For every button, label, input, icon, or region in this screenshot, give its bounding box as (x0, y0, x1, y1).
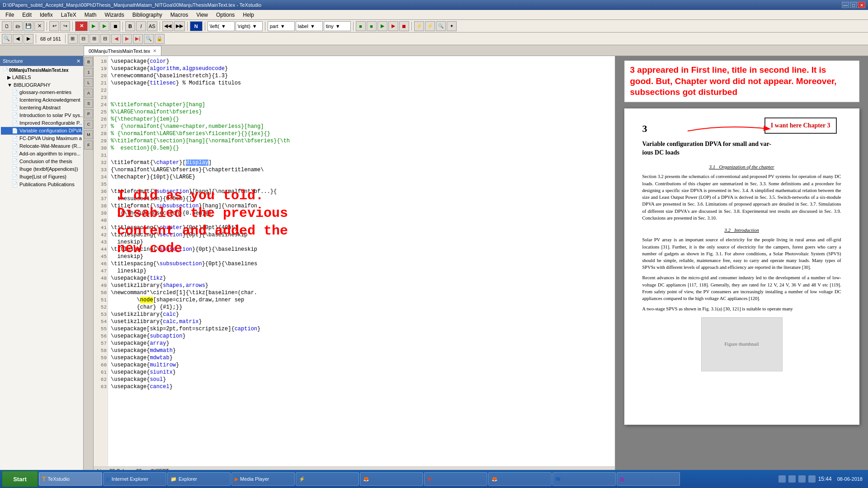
icon-btn3[interactable]: 🔍 (436, 21, 446, 31)
compile-run[interactable]: ▶ (377, 21, 387, 31)
taskbar-ie[interactable]: e Internet Explorer (103, 472, 166, 486)
taskbar-texstudio[interactable]: T TeXstudio (39, 472, 102, 486)
side-icon-p[interactable]: P (84, 109, 93, 118)
bold-button[interactable]: B (125, 21, 135, 31)
fit-page[interactable]: ⊞ (68, 34, 78, 44)
code-editor[interactable]: 18 19 20 21 22 23 24 25 26 27 28 29 30 3… (94, 56, 615, 466)
main-tab[interactable]: 00ManjuThesisMainText.tex ✕ (84, 46, 161, 56)
menu-math[interactable]: Math (81, 11, 100, 19)
menu-view[interactable]: View (193, 11, 212, 19)
side-icon-f[interactable]: F (84, 141, 93, 150)
side-icon-l[interactable]: L (84, 78, 93, 87)
icon-btn2[interactable]: ⚡ (425, 21, 435, 31)
part-dropdown[interactable]: part▼ (268, 21, 295, 31)
menu-options[interactable]: Options (212, 11, 238, 19)
compile-button[interactable]: ▶ (89, 21, 99, 31)
nav-back[interactable]: ◀ (13, 34, 23, 44)
structure-close-icon[interactable]: ✕ (76, 58, 80, 64)
code-content[interactable]: \usepackage{color} \usepackage{algorithm… (108, 56, 615, 466)
tiny-dropdown[interactable]: tiny▼ (324, 21, 351, 31)
tree-relocate[interactable]: 📄 Relocate-Wat-Measure (R... (1, 142, 82, 150)
tab-close-icon[interactable]: ✕ (153, 48, 156, 53)
open-button[interactable]: 🗁 (13, 21, 23, 31)
side-icon-m[interactable]: M (84, 130, 93, 139)
minimize-button[interactable]: — (842, 2, 849, 8)
tree-conclusion[interactable]: 📄 Conclusion of the thesis (1, 158, 82, 165)
zoom-out[interactable]: ⊟ (100, 34, 110, 44)
right-dropdown[interactable]: \right)▼ (236, 21, 263, 31)
search-icon-btn[interactable]: 🔍 (2, 34, 12, 44)
menu-help[interactable]: Help (239, 11, 258, 19)
compile-bib-button[interactable]: ▶ (99, 21, 109, 31)
tree-acknowledgment[interactable]: 📄 Icentering Acknowledgment (1, 96, 82, 104)
tree-root[interactable]: 📄 00ManjuThesisMainText.tex (1, 67, 82, 74)
prev-page-button[interactable]: ◀◀ (162, 21, 173, 31)
undo-button[interactable]: ↩ (49, 21, 59, 31)
new-button[interactable]: 🗋 (2, 21, 12, 31)
save-button[interactable]: 💾 (24, 21, 33, 31)
icon-btn4[interactable]: ✦ (447, 21, 457, 31)
next-page-button[interactable]: ▶▶ (174, 21, 185, 31)
start-button[interactable]: Start (2, 471, 38, 487)
pdf-next[interactable]: ▶ (122, 34, 132, 44)
label-dropdown[interactable]: label▼ (296, 21, 323, 31)
pdf-end[interactable]: ▶| (133, 34, 143, 44)
tree-addon[interactable]: 📄 Add-on algorithm to impro... (1, 150, 82, 158)
menu-latex[interactable]: LaTeX (57, 11, 80, 19)
menu-file[interactable]: File (2, 11, 18, 19)
taskbar-word[interactable]: W (552, 472, 616, 486)
menu-macros[interactable]: Macros (167, 11, 192, 19)
redo-button[interactable]: ↪ (60, 21, 70, 31)
taskbar-chrome[interactable]: ⊕ (424, 472, 487, 486)
menu-edit[interactable]: Edit (19, 11, 35, 19)
taskbar-ff2[interactable]: 🦊 (488, 472, 552, 486)
zoom-in[interactable]: ⊞ (90, 34, 99, 44)
math-btn2[interactable]: ■ (367, 21, 377, 31)
menu-idefix[interactable]: Idefix (36, 11, 57, 19)
italic-button[interactable]: I (136, 21, 146, 31)
nav-fwd[interactable]: ▶ (24, 34, 33, 44)
menu-bar: File Edit Idefix LaTeX Math Wizards Bibl… (0, 10, 868, 20)
tree-publications[interactable]: 📄 Publications Publications (1, 181, 82, 188)
maximize-button[interactable]: □ (850, 2, 857, 8)
title-bar-text: D:\0Papers_subtd_Acceptd_Manju\00PhDThes… (3, 2, 261, 8)
lock-icon[interactable]: 🔒 (155, 34, 165, 44)
tree-appendices[interactable]: 📄 Ihuge (textbf{Appendices}) (1, 165, 82, 173)
math-btn1[interactable]: ■ (356, 21, 366, 31)
close-file-button[interactable]: ✕ (34, 21, 44, 31)
side-icon-1[interactable]: 1 (84, 68, 93, 77)
taskbar-media[interactable]: ▶ Media Player (231, 472, 295, 486)
menu-wizards[interactable]: Wizards (101, 11, 127, 19)
taskbar-arduino[interactable]: ⚡ (296, 472, 359, 486)
menu-bibliography[interactable]: Bibliography (129, 11, 166, 19)
close-button[interactable]: ✕ (858, 2, 865, 8)
left-dropdown[interactable]: \left(▼ (208, 21, 235, 31)
taskbar-explorer[interactable]: 📁 Explorer (167, 472, 231, 486)
tree-fc-dpva[interactable]: 📄 FC-DPVA Using Maximum a... (1, 135, 82, 142)
tree-abstract[interactable]: 📄 Icentering Abstract (1, 104, 82, 112)
side-icon-b[interactable]: B (84, 57, 93, 66)
tree-labels[interactable]: ▶ LABELS (1, 74, 82, 81)
fit-width[interactable]: ⊟ (79, 34, 89, 44)
side-icon-a[interactable]: A (84, 89, 93, 98)
pdf-view[interactable]: ▶ (388, 21, 398, 31)
align-button[interactable]: AS (147, 21, 157, 31)
build-button[interactable]: ✕ (75, 21, 88, 31)
side-icon-s[interactable]: S (84, 99, 93, 108)
compile-n-button[interactable]: N (190, 21, 203, 31)
tree-variable[interactable]: 📄 Variable configuration DPVA... (1, 127, 82, 135)
icon-btn1[interactable]: ⚡ (414, 21, 424, 31)
magnify[interactable]: 🔍 (144, 34, 154, 44)
pdf-prev[interactable]: ◀ (111, 34, 121, 44)
taskbar-app[interactable]: ▦ (617, 472, 680, 486)
taskbar-ff1[interactable]: 🦊 (360, 472, 423, 486)
taskbar-chrome-icon: ⊕ (427, 476, 431, 482)
tree-intro-solar[interactable]: 📄 Introduction to solar PV sys... (1, 112, 82, 119)
stop-button[interactable]: ⏹ (110, 21, 120, 31)
side-icon-c[interactable]: C (84, 120, 93, 129)
tree-glossary[interactable]: 📄 glossary-nomen-entries (1, 89, 82, 96)
stop-run[interactable]: ⏹ (399, 21, 409, 31)
tree-improved[interactable]: 📄 Improved Reconfigurable P... (1, 119, 82, 127)
tree-bibliography[interactable]: ▼ BIBLIOGRAPHY (1, 81, 82, 89)
tree-listfig[interactable]: 📄 Ihuge{List of Figures} (1, 173, 82, 181)
